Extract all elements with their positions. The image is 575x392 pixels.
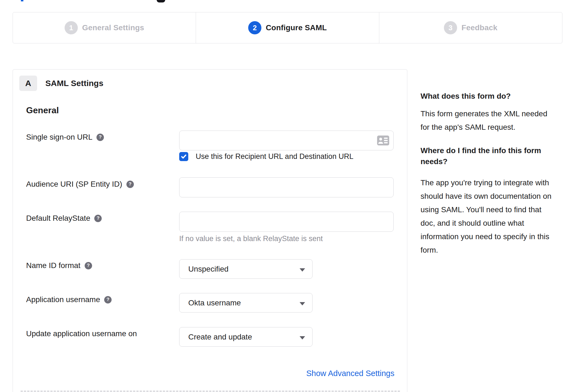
relaystate-label-row: Default RelayState ? [26, 214, 102, 223]
step-1-label: General Settings [82, 23, 144, 32]
app-username-value: Okta username [188, 299, 241, 307]
checkmark-icon [181, 153, 187, 160]
chevron-down-icon [300, 302, 305, 305]
step-feedback[interactable]: 3 Feedback [379, 12, 562, 43]
update-username-label: Update application username on [26, 329, 137, 338]
recipient-url-checkbox[interactable] [179, 152, 188, 161]
update-username-value: Create and update [188, 333, 252, 341]
app-username-help-icon[interactable]: ? [104, 296, 112, 303]
app-username-label: Application username [26, 295, 100, 304]
relaystate-help-icon[interactable]: ? [94, 215, 102, 222]
section-dashed-divider [21, 391, 400, 392]
relaystate-hint: If no value is set, a blank RelayState i… [179, 234, 323, 243]
chevron-down-icon [300, 268, 305, 272]
clipped-app-logo-fragment [157, 0, 165, 2]
step-general-settings[interactable]: 1 General Settings [13, 12, 196, 43]
saml-setup-page: 1 General Settings 2 Configure SAML 3 Fe… [0, 0, 575, 392]
clipped-blue-fragment [21, 0, 23, 1]
step-3-number-badge: 3 [444, 21, 457, 34]
audience-uri-label: Audience URI (SP Entity ID) [26, 180, 122, 189]
step-configure-saml[interactable]: 2 Configure SAML [196, 12, 379, 43]
name-id-format-value: Unspecified [188, 265, 228, 274]
app-username-label-row: Application username ? [26, 295, 112, 304]
sso-url-field-wrap [179, 131, 394, 150]
update-username-select[interactable]: Create and update [179, 327, 313, 347]
sso-url-label: Single sign-on URL [26, 133, 92, 142]
chevron-down-icon [300, 336, 305, 339]
step-1-number-badge: 1 [65, 21, 78, 34]
step-2-label: Configure SAML [266, 23, 327, 32]
app-username-select[interactable]: Okta username [179, 293, 313, 313]
relaystate-input[interactable] [179, 212, 394, 232]
section-title: SAML Settings [45, 76, 103, 91]
name-id-format-select[interactable]: Unspecified [179, 259, 313, 279]
sidebar-question-2-title: Where do I find the info this form needs… [421, 145, 541, 167]
sso-url-help-icon[interactable]: ? [96, 134, 104, 141]
relaystate-field-wrap [179, 212, 394, 232]
section-a-badge: A [19, 76, 37, 91]
name-id-format-help-icon[interactable]: ? [85, 262, 92, 269]
sso-url-input[interactable] [179, 131, 394, 150]
contact-card-icon[interactable] [377, 136, 389, 145]
recipient-url-checkbox-label: Use this for Recipient URL and Destinati… [196, 152, 353, 161]
sidebar-question-1-body: This form generates the XML needed for t… [421, 107, 563, 134]
name-id-format-label-row: Name ID format ? [26, 261, 92, 270]
sidebar-question-2-body: The app you're trying to integrate with … [421, 176, 563, 257]
sso-url-label-row: Single sign-on URL ? [26, 132, 104, 142]
sidebar-question-1-title: What does this form do? [421, 91, 511, 102]
general-heading: General [26, 105, 59, 115]
audience-uri-input[interactable] [179, 177, 394, 197]
wizard-stepper: 1 General Settings 2 Configure SAML 3 Fe… [13, 12, 562, 43]
name-id-format-label: Name ID format [26, 261, 81, 270]
step-3-label: Feedback [461, 23, 497, 32]
audience-uri-label-row: Audience URI (SP Entity ID) ? [26, 180, 134, 189]
update-username-label-row: Update application username on [26, 329, 137, 338]
audience-uri-field-wrap [179, 177, 394, 197]
show-advanced-settings-link[interactable]: Show Advanced Settings [306, 369, 394, 378]
audience-uri-help-icon[interactable]: ? [126, 181, 134, 188]
relaystate-label: Default RelayState [26, 214, 90, 223]
step-2-number-badge: 2 [248, 21, 261, 34]
